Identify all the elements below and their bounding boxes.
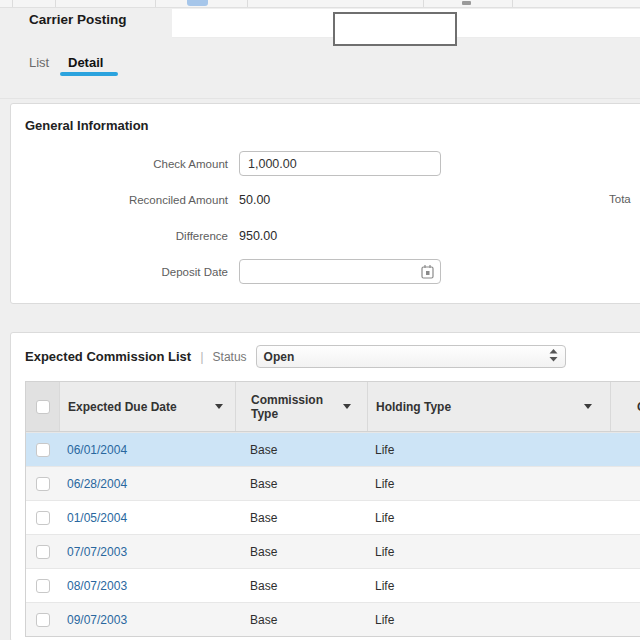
toolbar-gray-mark [462,1,471,5]
difference-value: 950.00 [239,229,277,243]
table-header-row: Expected Due Date Commission Type Holdin… [26,382,640,432]
column-label: Expected Due Date [68,400,177,414]
tab-list[interactable]: List [29,55,49,70]
sort-dropdown-icon[interactable] [584,404,592,409]
column-holding-type[interactable]: Holding Type [367,382,610,431]
column-expected-due-date[interactable]: Expected Due Date [59,382,235,431]
reconciled-amount-value: 50.00 [239,193,270,207]
table-row[interactable]: 09/07/2003 Base Life [26,602,640,636]
column-label: Holding Type [376,400,451,414]
toolbar-divider [423,0,424,7]
due-date-link[interactable]: 01/05/2004 [67,511,127,525]
column-label: Commission Type [251,393,335,421]
row-checkbox[interactable] [36,579,50,593]
table-row[interactable]: 08/07/2003 Base Life [26,568,640,602]
commission-type-cell: Base [235,545,367,559]
difference-label: Difference [11,230,239,242]
header-outlined-box [333,12,457,46]
sort-dropdown-icon[interactable] [343,404,351,409]
commission-type-cell: Base [235,477,367,491]
top-toolbar-strip [0,0,640,8]
expected-commission-card: Expected Commission List | Status Open E… [10,332,640,640]
deposit-date-input[interactable] [239,259,441,284]
page-header: Carrier Posting List Detail [0,8,640,99]
due-date-link[interactable]: 09/07/2003 [67,613,127,627]
table-row[interactable]: 06/28/2004 Base Life [26,466,640,500]
reconciled-amount-label: Reconciled Amount [11,194,239,206]
holding-type-cell: Life [367,613,610,627]
reconciled-amount-row: Reconciled Amount 50.00 [11,187,640,212]
due-date-link[interactable]: 06/01/2004 [67,443,127,457]
tab-detail[interactable]: Detail [68,55,103,70]
toolbar-divider [155,0,156,7]
holding-type-cell: Life [367,545,610,559]
row-checkbox[interactable] [36,477,50,491]
row-checkbox[interactable] [36,511,50,525]
commission-type-cell: Base [235,579,367,593]
table-row[interactable]: 01/05/2004 Base Life [26,500,640,534]
title-divider: | [200,349,203,364]
select-stepper-icon [549,349,558,365]
expected-commission-table: Expected Due Date Commission Type Holdin… [25,381,640,637]
table-row[interactable]: 06/01/2004 Base Life [26,432,640,466]
calendar-icon[interactable] [421,264,434,283]
select-all-cell [26,382,59,431]
row-checkbox[interactable] [36,613,50,627]
row-checkbox[interactable] [36,545,50,559]
difference-row: Difference 950.00 [11,223,640,248]
commission-list-title: Expected Commission List [25,349,191,364]
toolbar-divider [12,0,13,7]
deposit-date-label: Deposit Date [11,266,239,278]
table-row[interactable]: 07/07/2003 Base Life [26,534,640,568]
status-select[interactable]: Open [256,345,566,368]
toolbar-divider [247,0,248,7]
active-tab-underline [60,72,118,76]
commission-list-header: Expected Commission List | Status Open [11,333,640,368]
column-partial[interactable]: C [610,382,640,431]
general-information-form: Check Amount Reconciled Amount 50.00 Dif… [11,151,640,295]
holding-type-cell: Life [367,579,610,593]
general-information-card: General Information Check Amount Reconci… [10,103,640,304]
commission-type-cell: Base [235,443,367,457]
select-all-checkbox[interactable] [36,400,50,414]
row-checkbox[interactable] [36,443,50,457]
deposit-date-row: Deposit Date [11,259,640,284]
holding-type-cell: Life [367,443,610,457]
holding-type-cell: Life [367,477,610,491]
check-amount-label: Check Amount [11,158,239,170]
status-label: Status [213,350,247,364]
column-commission-type[interactable]: Commission Type [235,382,367,431]
commission-type-cell: Base [235,511,367,525]
due-date-link[interactable]: 08/07/2003 [67,579,127,593]
page-title: Carrier Posting [29,12,127,27]
sort-dropdown-icon[interactable] [215,404,223,409]
check-amount-input[interactable] [239,151,441,176]
toolbar-divider [55,0,56,7]
toolbar-divider [512,0,513,7]
due-date-link[interactable]: 06/28/2004 [67,477,127,491]
toolbar-blue-chip [187,0,208,6]
holding-type-cell: Life [367,511,610,525]
check-amount-row: Check Amount [11,151,640,176]
total-label-partial: Tota [609,193,631,205]
general-information-title: General Information [11,104,640,133]
due-date-link[interactable]: 07/07/2003 [67,545,127,559]
commission-type-cell: Base [235,613,367,627]
status-select-value: Open [264,350,295,364]
